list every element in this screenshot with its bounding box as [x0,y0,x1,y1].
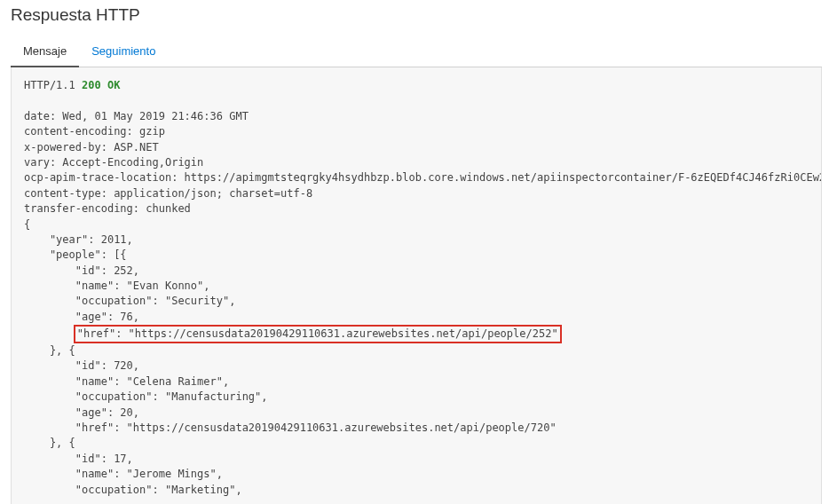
body-p2-href: "href": "https://censusdata2019042911063… [24,421,557,434]
http-response-panel: Respuesta HTTP Mensaje Seguimiento HTTP/… [0,0,829,504]
body-p1-occ: "occupation": "Security", [24,295,235,307]
body-p1-href: "href": "https://censusdata2019042911063… [77,327,558,340]
body-p3-id: "id": 17, [24,453,133,465]
body-year: "year": 2011, [24,233,133,246]
body-p2-age: "age": 20, [24,406,139,419]
header-content-encoding: content-encoding: gzip [24,125,165,138]
body-p1-age: "age": 76, [24,311,139,323]
highlighted-href: "href": "https://censusdata2019042911063… [74,325,562,343]
body-p3-occ: "occupation": "Marketing", [24,484,242,496]
status-text: OK [107,79,120,91]
header-x-powered-by: x-powered-by: ASP.NET [24,141,159,154]
header-vary: vary: Accept-Encoding,Origin [24,156,203,169]
tabs: Mensaje Seguimiento [11,37,822,67]
body-p2-name: "name": "Celena Raimer", [24,375,229,388]
response-body: HTTP/1.1 200 OK date: Wed, 01 May 2019 2… [11,67,822,504]
body-people-open: "people": [{ [24,248,127,261]
tab-message[interactable]: Mensaje [11,37,79,67]
header-transfer-encoding: transfer-encoding: chunked [24,202,191,215]
header-date: date: Wed, 01 May 2019 21:46:36 GMT [24,110,249,122]
body-p3-name: "name": "Jerome Mings", [24,468,223,480]
status-code: 200 [82,79,101,91]
header-trace-location: ocp-apim-trace-location: https://apimgmt… [24,171,822,184]
body-p2-close: }, { [24,437,75,449]
tab-trace[interactable]: Seguimiento [79,37,168,67]
body-open: { [24,218,30,231]
body-p2-id: "id": 720, [24,359,139,372]
body-p1-id: "id": 252, [24,264,139,277]
body-p1-close: }, { [24,344,75,357]
panel-title: Respuesta HTTP [11,5,822,25]
header-content-type: content-type: application/json; charset=… [24,187,312,200]
body-p2-occ: "occupation": "Manufacturing", [24,390,268,403]
protocol: HTTP/1.1 [24,79,75,91]
body-p1-name: "name": "Evan Konno", [24,280,210,292]
